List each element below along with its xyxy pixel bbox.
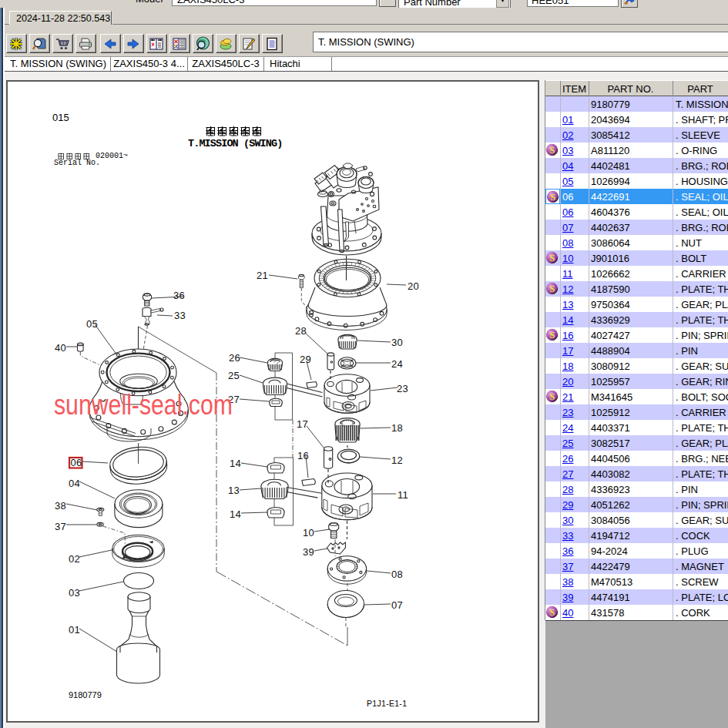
svg-text:40: 40 xyxy=(55,342,66,354)
svg-text:37: 37 xyxy=(55,521,66,532)
svg-text:S: S xyxy=(550,283,555,294)
svg-text:26: 26 xyxy=(229,352,240,364)
svg-text:06: 06 xyxy=(71,457,82,468)
svg-text:10: 10 xyxy=(303,527,314,538)
svg-text:S: S xyxy=(551,192,556,203)
svg-text:S: S xyxy=(550,330,555,341)
svg-text:17: 17 xyxy=(297,418,308,430)
svg-text:05: 05 xyxy=(86,318,98,330)
svg-text:20: 20 xyxy=(408,280,419,292)
svg-text:29: 29 xyxy=(300,354,311,365)
svg-text:12: 12 xyxy=(391,455,403,466)
svg-text:S: S xyxy=(550,391,555,402)
svg-text:S: S xyxy=(550,145,555,156)
svg-text:14: 14 xyxy=(230,508,241,520)
svg-text:11: 11 xyxy=(398,489,408,501)
svg-text:23: 23 xyxy=(397,383,408,394)
svg-text:38: 38 xyxy=(55,500,66,512)
svg-text:21: 21 xyxy=(257,270,268,281)
svg-text:01: 01 xyxy=(69,624,80,636)
svg-text:S: S xyxy=(550,607,555,618)
svg-text:08: 08 xyxy=(391,569,403,580)
svg-text:03: 03 xyxy=(69,587,80,599)
svg-text:30: 30 xyxy=(391,337,403,348)
svg-text:33: 33 xyxy=(174,310,186,321)
svg-text:S: S xyxy=(550,253,555,263)
svg-text:36: 36 xyxy=(173,290,185,301)
svg-text:07: 07 xyxy=(391,599,403,611)
svg-text:28: 28 xyxy=(295,325,307,337)
svg-text:04: 04 xyxy=(69,478,80,489)
svg-text:25: 25 xyxy=(228,370,240,381)
svg-text:16: 16 xyxy=(297,450,309,461)
svg-text:24: 24 xyxy=(391,358,403,370)
svg-text:14: 14 xyxy=(230,458,241,469)
svg-text:18: 18 xyxy=(391,422,403,434)
svg-text:39: 39 xyxy=(303,546,314,558)
svg-text:02: 02 xyxy=(69,553,80,565)
svg-text:13: 13 xyxy=(228,485,240,496)
